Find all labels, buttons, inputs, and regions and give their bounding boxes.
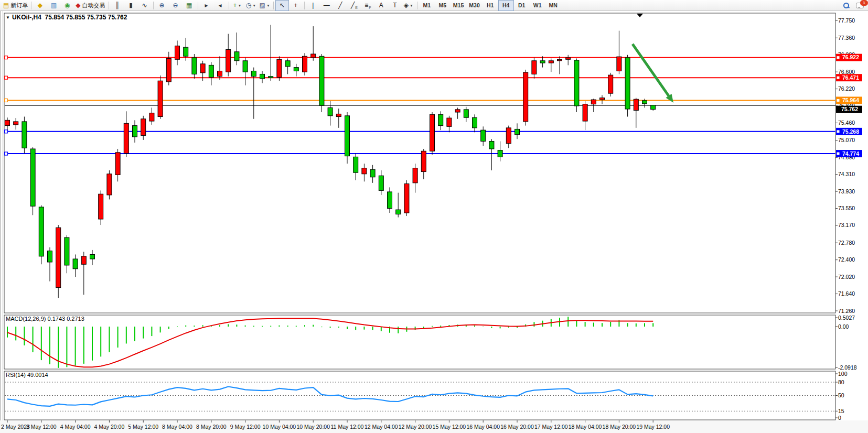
line-chart-button[interactable]: ∿ [138,0,152,11]
line-handle[interactable] [5,56,8,59]
toolbar-separator [417,2,417,9]
rsi-indicator-label: RSI(14) 49.0014 [6,372,48,378]
candlestick [133,126,137,137]
candlestick-chart-button[interactable]: ▮ [124,0,138,11]
candlestick [600,98,605,100]
search-button[interactable] [839,0,853,11]
collapse-triangle-icon[interactable]: ▼ [6,15,10,20]
notifications-button[interactable]: 1 [853,0,866,11]
dropdown-arrow-icon[interactable]: ▼ [410,4,413,7]
arrows-button[interactable]: ◈▼ [402,0,415,11]
candlestick [617,57,621,71]
mobile-trading-icon-button[interactable]: ◉ [60,0,74,11]
templates-button[interactable]: ▨▼ [258,0,272,11]
candlestick [166,59,171,82]
toolbar-separator [153,2,154,9]
dropdown-arrow-icon[interactable]: ▼ [238,4,242,7]
price-axis-label: 73.930 [838,188,855,194]
crosshair-button[interactable]: + [289,0,303,11]
text-label-button[interactable]: T [388,0,402,11]
zoom-in-button[interactable]: ⊕ [155,0,169,11]
candlestick [30,149,35,206]
chart-title[interactable]: ▼UKOil-,H4 75.854 75.855 75.735 75.762 [6,14,127,21]
timeframe-h4[interactable]: H4 [498,0,514,11]
bar-chart-button-icon: ║ [115,2,120,8]
data-window-icon-button[interactable]: ▥ [47,0,60,11]
cursor-button[interactable]: ↖ [275,0,289,11]
timeframe-d1[interactable]: D1 [514,0,530,11]
candlestick [269,77,273,78]
price-tag-handle [837,99,840,102]
candlestick [634,99,638,110]
candlestick [56,228,61,287]
timeframe-h1[interactable]: H1 [483,0,498,11]
line-handle[interactable] [5,130,8,133]
cursor-button-icon: ↖ [280,2,285,8]
time-axis-label: 10 May 20:00 [296,424,330,430]
line-handle[interactable] [5,152,8,155]
rsi-axis-label: 0 [838,415,841,421]
charts-profile-prev-button-icon: ◂ [219,2,222,8]
candlestick [404,184,409,213]
text-button[interactable]: A [374,0,388,11]
price-axis-label: 77.750 [838,17,855,24]
timeframe-w1[interactable]: W1 [530,0,545,11]
price-tag-handle [837,77,840,79]
candlestick [473,117,477,128]
time-axis-label: 16 May 04:00 [466,424,500,430]
candlestick [421,151,426,171]
fibonacci-button[interactable]: ≡F [361,0,374,11]
candlestick [625,58,630,109]
zoom-out-button[interactable]: ⊖ [169,0,183,11]
timeframe-mn[interactable]: MN [545,0,561,11]
timeframe-m5[interactable]: M5 [435,0,451,11]
toolbar-separator [109,2,109,9]
price-axis-label: 76.220 [838,85,855,92]
candlestick [184,47,188,56]
candlestick [141,119,146,136]
trendline-button[interactable]: ╱ [334,0,347,11]
candlestick [328,107,333,115]
candlestick [489,141,494,149]
periods-button[interactable]: ◷▼ [244,0,258,11]
charts-profile-next-button-icon: ▸ [205,2,208,8]
charts-profile-next-button[interactable]: ▸ [200,0,213,11]
crosshair-button-icon: + [294,2,297,8]
candlestick [608,75,613,93]
charts-profile-prev-button[interactable]: ◂ [213,0,227,11]
line-handle[interactable] [5,99,8,102]
main-toolbar: ▤新订单◆▥◉◆自动交易║▮∿⊕⊖▦▸◂+▼◷▼▨▼↖+|—╱╱E≡FAT◈▼M… [0,0,868,11]
price-tag-handle [837,56,840,59]
price-tag-handle [837,153,840,155]
line-handle[interactable] [5,76,8,79]
horizontal-line-button[interactable]: — [320,0,334,11]
candlestick [549,61,553,63]
chart-canvas: 77.75077.36076.98076.60076.22075.84075.4… [0,0,868,433]
timeframe-m15[interactable]: M15 [451,0,466,11]
vertical-line-button[interactable]: | [306,0,320,11]
rsi-axis-label: 15 [838,408,844,414]
candlestick [234,52,239,61]
indicators-button[interactable]: +▼ [231,0,244,11]
candlestick [251,71,256,76]
candlestick [115,153,120,175]
candlestick [540,61,545,63]
candlestick [370,169,375,177]
candlestick [430,114,435,151]
dropdown-arrow-icon[interactable]: ▼ [266,4,270,7]
auto-trading-button[interactable]: ◆自动交易 [74,0,106,11]
vertical-line-button-icon: | [312,2,314,8]
trendline-button-icon: ╱ [338,2,342,8]
market-watch-icon-button[interactable]: ◆ [33,0,47,11]
price-axis-label: 71.260 [838,308,855,314]
tile-windows-button[interactable]: ▦ [183,0,196,11]
equidistant-channel-button[interactable]: ╱E [347,0,361,11]
time-axis-label: 11 May 12:00 [331,424,364,430]
dropdown-arrow-icon[interactable]: ▼ [252,4,256,7]
candlestick [5,120,10,125]
timeframe-m1[interactable]: M1 [419,0,435,11]
timeframe-m30[interactable]: M30 [466,0,482,11]
new-order-button[interactable]: ▤新订单 [2,0,29,11]
time-axis-label: 9 May 12:00 [230,424,261,430]
bar-chart-button[interactable]: ║ [111,0,124,11]
